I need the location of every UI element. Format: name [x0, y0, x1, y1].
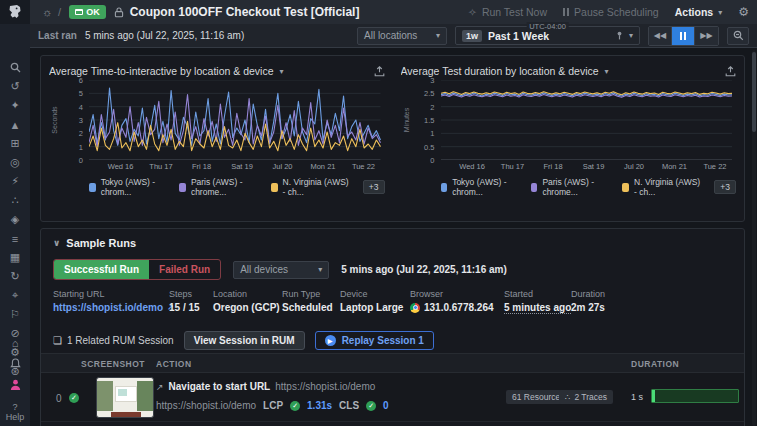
detail-label: Run Type: [282, 289, 333, 299]
monitors-icon[interactable]: ⚐: [4, 307, 26, 322]
legend-item[interactable]: Paris (AWS) - chrome...: [531, 177, 609, 197]
failed-run-tab[interactable]: Failed Run: [149, 260, 220, 279]
datadog-dog-icon: [7, 4, 23, 20]
traces-label: 2 Traces: [574, 392, 607, 402]
legend-item[interactable]: N. Virginia (AWS) - ch...: [271, 177, 349, 197]
datadog-logo[interactable]: [0, 0, 30, 24]
actions-menu-button[interactable]: Actions ▾: [675, 6, 723, 18]
view-session-in-rum-button[interactable]: View Session in RUM: [184, 331, 305, 350]
successful-run-tab[interactable]: Successful Run: [54, 260, 149, 279]
y-tick-label: 6: [79, 76, 83, 85]
y-axis-title: Minutes: [403, 108, 410, 133]
toolbar-right: All locations ▾ UTC-04:00 1w Past 1 Week…: [357, 26, 749, 46]
duration-plot-area[interactable]: Minutes 00.511.522.53: [441, 80, 733, 160]
detail-value: 15 / 15: [169, 302, 200, 313]
step-table-row[interactable]: 0 ✓ ↗ Navigate to start URL https://shop…: [41, 373, 744, 422]
legend-item[interactable]: Tokyo (AWS) - chrom...: [441, 177, 517, 197]
lcp-value[interactable]: 1.31s: [307, 400, 332, 411]
legend-more-badge[interactable]: +3: [363, 180, 385, 194]
watchdog-icon[interactable]: ✦: [4, 98, 26, 113]
rum-session-icon: ❏: [53, 335, 62, 346]
rum-session-label: 1 Related RUM Session: [67, 335, 174, 346]
theme-toggle-icon[interactable]: ☼: [42, 6, 52, 18]
help-entry[interactable]: ? Help: [6, 402, 25, 422]
chevron-down-icon[interactable]: ▾: [605, 67, 609, 76]
legend-more-badge[interactable]: +3: [714, 180, 736, 194]
timezone-label: UTC-04:00: [526, 22, 569, 31]
scrollbar-thumb[interactable]: [752, 52, 756, 132]
metrics-icon[interactable]: ▲: [4, 117, 26, 132]
chevron-down-icon[interactable]: ▾: [629, 31, 633, 40]
sidebar-bottom: ⌂ ? Help: [0, 335, 30, 422]
settings-gear-icon[interactable]: ⚙: [738, 5, 749, 19]
legend-item[interactable]: Tokyo (AWS) - chrom...: [89, 177, 165, 197]
legend-item[interactable]: Paris (AWS) - chrome...: [179, 177, 257, 197]
user-profile-icon[interactable]: [4, 377, 26, 392]
steps-table-header: SCREENSHOT ACTION DURATION: [41, 353, 744, 373]
apm-icon[interactable]: ∴: [4, 193, 26, 208]
time-backward-button[interactable]: ◀◀: [649, 27, 672, 45]
traces-badge[interactable]: ∴2 Traces: [559, 390, 613, 404]
cls-value[interactable]: 0: [383, 400, 389, 411]
y-tick-label: 3: [430, 76, 434, 85]
run-test-now-button[interactable]: ✧ Run Test Now: [468, 6, 547, 18]
legend-swatch: [271, 183, 278, 192]
y-axis-labels: 00.511.522.53: [415, 80, 437, 160]
lcp-label: LCP: [263, 400, 283, 411]
detail-value: 2m 27s: [571, 302, 605, 313]
x-tick-label: Fri 18: [543, 162, 562, 171]
rum-icon[interactable]: ▦: [4, 250, 26, 265]
security-icon[interactable]: ◈: [4, 212, 26, 227]
network-icon[interactable]: ◎: [4, 155, 26, 170]
vertical-scrollbar[interactable]: [752, 50, 756, 426]
legend-label: Paris (AWS) - chrome...: [542, 177, 608, 197]
time-range-picker[interactable]: UTC-04:00 1w Past 1 Week ▾: [455, 26, 640, 45]
pin-icon[interactable]: [615, 31, 624, 40]
detail-value: Scheduled: [282, 302, 333, 313]
recent-history-icon[interactable]: ↺: [4, 79, 26, 94]
pause-scheduling-label: Pause Scheduling: [574, 6, 659, 18]
starting-url-link[interactable]: https://shopist.io/demo: [53, 302, 163, 313]
logs-icon[interactable]: ≡: [4, 231, 26, 246]
chevron-down-icon[interactable]: ▾: [280, 67, 284, 76]
export-chart-icon[interactable]: [374, 66, 385, 77]
ci-cd-icon[interactable]: ↻: [4, 269, 26, 284]
run-timestamp: 5 mins ago (Jul 22, 2025, 11:16 am): [341, 264, 507, 275]
filters-toolbar: Last ran 5 mins ago (Jul 22, 2025, 11:16…: [30, 24, 757, 48]
step-screenshot-thumbnail[interactable]: [96, 377, 154, 418]
chart-legend: Tokyo (AWS) - chrom... Paris (AWS) - chr…: [89, 177, 385, 197]
zoom-out-button[interactable]: [727, 27, 749, 45]
x-tick-label: Mon 21: [310, 162, 335, 171]
replay-session-button[interactable]: ▶ Replay Session 1: [315, 331, 434, 350]
search-icon[interactable]: [4, 60, 26, 75]
infrastructure-icon[interactable]: ⊞: [4, 136, 26, 151]
step-number: 0: [56, 393, 62, 404]
y-axis-title: Seconds: [51, 106, 58, 133]
legend-item[interactable]: N. Virginia (AWS) - ch...: [622, 177, 700, 197]
serverless-icon[interactable]: ⚡: [4, 174, 26, 189]
started-ago-value[interactable]: 5 minutes ago: [504, 302, 571, 314]
synthetics-icon[interactable]: ⌖: [4, 288, 26, 303]
time-forward-button[interactable]: ▶▶: [695, 27, 718, 45]
locations-filter-select[interactable]: All locations ▾: [357, 27, 447, 45]
detail-value: Laptop Large: [340, 302, 403, 313]
duration-chart: Average Test duration by location & devi…: [393, 56, 745, 221]
detail-value: 131.0.6778.264: [424, 302, 494, 313]
tti-plot-area[interactable]: Seconds 0123456: [89, 80, 381, 160]
play-icon: ▶: [325, 335, 336, 346]
x-axis-labels: Wed 16Thu 17Fri 18Sat 19Jul 20Mon 21Tue …: [89, 160, 385, 173]
collapse-chevron-icon[interactable]: ∨: [53, 238, 60, 248]
organization-icon[interactable]: ⌂: [4, 335, 26, 350]
pause-scheduling-button[interactable]: Pause Scheduling: [563, 6, 659, 18]
legend-label: N. Virginia (AWS) - ch...: [283, 177, 349, 197]
devices-filter-select[interactable]: All devices ▾: [233, 261, 329, 279]
action-url: https://shopist.io/demo: [275, 381, 375, 392]
cls-label: CLS: [339, 400, 359, 411]
y-tick-label: 2: [79, 129, 83, 138]
lcp-check-icon: ✓: [290, 401, 300, 411]
y-tick-label: 1.5: [424, 116, 434, 125]
export-chart-icon[interactable]: [725, 66, 736, 77]
live-pause-button[interactable]: [672, 27, 695, 45]
x-axis-labels: Wed 16Thu 17Fri 18Sat 19Jul 20Mon 21Tue …: [441, 160, 737, 173]
notifications-bell-icon[interactable]: [4, 356, 26, 371]
